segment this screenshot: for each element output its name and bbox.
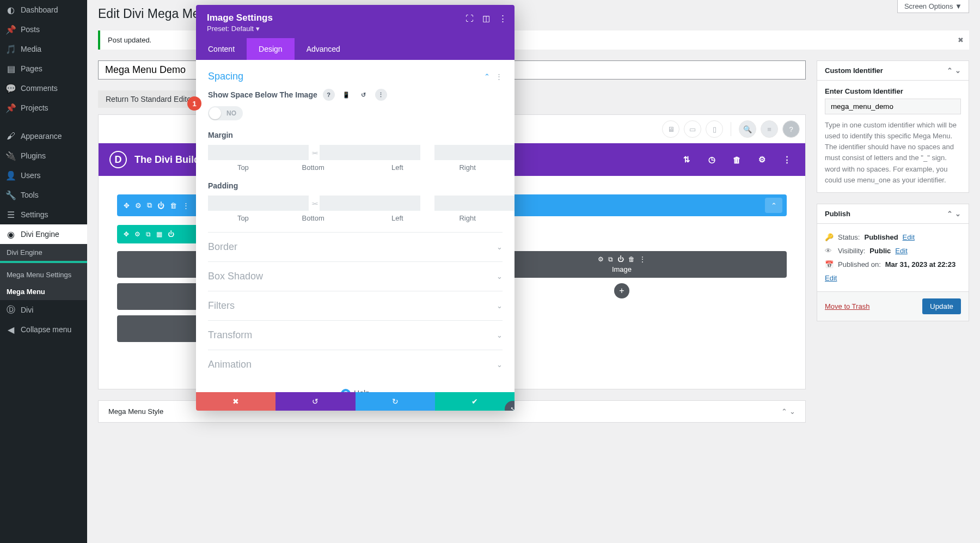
move-to-trash-link[interactable]: Move to Trash: [825, 302, 869, 310]
modal-preset[interactable]: Preset: Default ▾: [207, 25, 504, 33]
nav-divi-engine[interactable]: ◉Divi Engine: [0, 224, 87, 244]
mod-power-icon[interactable]: ⏻: [617, 255, 624, 263]
submenu: Divi Engine Mega Menu Settings Mega Menu: [0, 244, 87, 300]
modal-cancel-button[interactable]: ✖: [196, 392, 275, 411]
identifier-input[interactable]: [825, 99, 961, 114]
desktop-view-icon[interactable]: 🖥: [662, 120, 679, 138]
reset-icon[interactable]: ↺: [358, 89, 370, 101]
nav-pages[interactable]: ▤Pages: [0, 59, 87, 78]
section-collapse-icon[interactable]: ⌃: [484, 72, 490, 81]
zoom-icon[interactable]: 🔍: [739, 120, 756, 138]
edit-date-link[interactable]: Edit: [825, 274, 837, 282]
nav-projects[interactable]: 📌Projects: [0, 98, 87, 118]
section-move-icon[interactable]: ✥: [124, 202, 130, 210]
edit-status-link[interactable]: Edit: [903, 233, 915, 241]
mod-settings-icon[interactable]: ⚙: [598, 255, 604, 263]
admin-sidebar: ◐Dashboard 📌Posts 🎵Media ▤Pages 💬Comment…: [0, 0, 87, 543]
help-link[interactable]: ?Help: [208, 379, 503, 392]
header-sort-icon[interactable]: ⇅: [679, 152, 694, 167]
margin-top-input[interactable]: [208, 145, 309, 160]
sub-mega-settings[interactable]: Mega Menu Settings: [0, 266, 87, 283]
add-module-button-right[interactable]: +: [614, 283, 629, 298]
section-settings-icon[interactable]: ⚙: [135, 202, 142, 210]
link-icon[interactable]: ⫘: [309, 196, 320, 211]
help-toolbar-icon[interactable]: ?: [782, 120, 800, 138]
sliders-icon: ☰: [5, 209, 16, 220]
modal-more-icon[interactable]: ⋮: [499, 14, 507, 23]
tab-advanced[interactable]: Advanced: [295, 38, 352, 60]
section-spacing-title[interactable]: Spacing: [208, 71, 484, 82]
sub-mega[interactable]: Mega Menu: [0, 283, 87, 300]
step-badge: 1: [187, 96, 201, 111]
nav-posts[interactable]: 📌Posts: [0, 20, 87, 39]
nav-comments[interactable]: 💬Comments: [0, 78, 87, 98]
return-standard-editor-button[interactable]: Return To Standard Editor: [98, 90, 201, 108]
row-columns-icon[interactable]: ▦: [156, 230, 162, 238]
nav-collapse[interactable]: ◀Collapse menu: [0, 320, 87, 339]
tab-content[interactable]: Content: [196, 38, 247, 60]
key-icon: 🔑: [825, 233, 834, 241]
row-duplicate-icon[interactable]: ⧉: [146, 230, 151, 238]
help-hint-icon[interactable]: ?: [323, 89, 335, 101]
modal-save-button[interactable]: ✔: [435, 392, 514, 411]
dismiss-notice-icon[interactable]: ✖: [958, 36, 964, 44]
search-toolbar-icon[interactable]: ≡: [761, 120, 778, 138]
padding-top-input[interactable]: [208, 196, 309, 211]
margin-bottom-input[interactable]: [320, 145, 420, 160]
divi-engine-icon: ◉: [5, 229, 16, 240]
sub-divi-engine[interactable]: Divi Engine: [0, 244, 87, 263]
nav-plugins[interactable]: 🔌Plugins: [0, 146, 87, 166]
header-more-icon[interactable]: ⋮: [779, 152, 794, 167]
panel-toggle-icon[interactable]: ⌃ ⌄: [947, 66, 961, 75]
section-power-icon[interactable]: ⏻: [157, 202, 164, 210]
nav-appearance[interactable]: 🖌Appearance: [0, 126, 87, 146]
tab-design[interactable]: Design: [247, 38, 295, 60]
row-settings-icon[interactable]: ⚙: [134, 230, 140, 238]
mobile-view-icon[interactable]: ▯: [706, 120, 723, 138]
margin-left-input[interactable]: [434, 145, 514, 160]
nav-settings[interactable]: ☰Settings: [0, 205, 87, 224]
section-transform[interactable]: Transform⌄: [208, 320, 503, 350]
section-filters[interactable]: Filters⌄: [208, 291, 503, 320]
modal-snap-icon[interactable]: ◫: [482, 14, 490, 23]
row-move-icon[interactable]: ✥: [124, 230, 129, 238]
modal-undo-button[interactable]: ↺: [275, 392, 355, 411]
nav-users[interactable]: 👤Users: [0, 166, 87, 185]
edit-visibility-link[interactable]: Edit: [895, 247, 907, 255]
section-collapse-icon[interactable]: ⌃: [765, 198, 782, 213]
section-delete-icon[interactable]: 🗑: [170, 202, 177, 210]
screen-options-button[interactable]: Screen Options ▼: [897, 0, 969, 13]
meta-chevrons[interactable]: ⌃ ⌄: [781, 407, 795, 416]
row-power-icon[interactable]: ⏻: [168, 230, 174, 238]
panel-toggle-icon[interactable]: ⌃ ⌄: [947, 210, 961, 218]
padding-left-input[interactable]: [434, 196, 514, 211]
eye-icon: 👁: [825, 247, 834, 255]
collapse-icon: ◀: [5, 324, 16, 335]
device-icon[interactable]: 📱: [340, 89, 352, 101]
section-animation[interactable]: Animation⌄: [208, 350, 503, 379]
section-more-icon[interactable]: ⋮: [182, 202, 189, 210]
nav-tools[interactable]: 🔧Tools: [0, 185, 87, 205]
tablet-view-icon[interactable]: ▭: [684, 120, 701, 138]
section-border[interactable]: Border⌄: [208, 232, 503, 261]
modal-expand-icon[interactable]: ⛶: [465, 14, 474, 23]
header-settings-icon[interactable]: ⚙: [754, 152, 769, 167]
header-delete-icon[interactable]: 🗑: [729, 152, 744, 167]
section-more-icon[interactable]: ⋮: [495, 72, 503, 81]
section-box-shadow[interactable]: Box Shadow⌄: [208, 261, 503, 291]
update-button[interactable]: Update: [922, 298, 961, 314]
option-more-icon[interactable]: ⋮: [375, 89, 387, 101]
divi-logo-icon: D: [109, 151, 127, 168]
nav-divi[interactable]: ⒹDivi: [0, 300, 87, 320]
show-space-toggle[interactable]: NO: [208, 106, 243, 120]
header-history-icon[interactable]: ◷: [704, 152, 719, 167]
section-duplicate-icon[interactable]: ⧉: [147, 201, 152, 210]
mod-more-icon[interactable]: ⋮: [639, 255, 646, 263]
nav-dashboard[interactable]: ◐Dashboard: [0, 0, 87, 20]
nav-media[interactable]: 🎵Media: [0, 39, 87, 59]
mod-delete-icon[interactable]: 🗑: [628, 255, 635, 263]
modal-redo-button[interactable]: ↻: [356, 392, 435, 411]
link-icon[interactable]: ⫘: [309, 145, 320, 160]
mod-duplicate-icon[interactable]: ⧉: [608, 255, 613, 263]
padding-bottom-input[interactable]: [320, 196, 420, 211]
